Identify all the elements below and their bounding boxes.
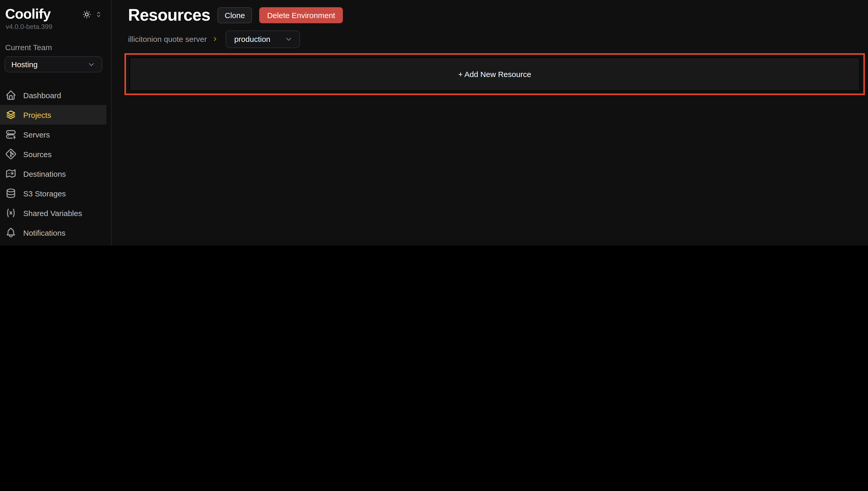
breadcrumb: illicitonion quote server production [128,30,868,48]
sidebar-item-keys-tokens[interactable]: Keys & Tokens [0,242,106,246]
sun-icon[interactable] [82,9,91,19]
sidebar-item-dashboard[interactable]: Dashboard [0,85,106,105]
database-icon [5,187,17,199]
sidebar-item-s3-storages[interactable]: S3 Storages [0,183,106,203]
sidebar-item-label: Servers [23,130,50,139]
sidebar-item-sources[interactable]: Sources [0,144,106,164]
team-selector[interactable]: Hosting [5,56,102,73]
sidebar-item-label: Dashboard [23,91,61,99]
main-content: Resources Clone Delete Environment illic… [112,0,868,246]
sidebar-item-label: Notifications [23,228,65,237]
clone-button[interactable]: Clone [217,7,252,23]
app-version: v4.0.0-beta.399 [6,23,111,30]
page-header: Resources Clone Delete Environment [112,0,868,24]
sidebar-item-servers[interactable]: Servers [0,124,106,144]
delete-environment-button[interactable]: Delete Environment [259,7,343,23]
sidebar-item-projects[interactable]: Projects [0,105,106,124]
bell-icon [5,227,17,238]
variable-parentheses-icon [5,207,17,219]
breadcrumb-project-link[interactable]: illicitonion quote server [128,35,207,44]
sidebar-item-shared-variables[interactable]: Shared Variables [0,203,106,223]
add-new-resource-button[interactable]: + Add New Resource [129,57,860,91]
chevron-down-icon [87,60,95,68]
annotation-highlight-box: + Add New Resource [124,53,865,95]
app-window: Coolify v4.0.0-beta.399 Current Team Hos… [0,0,868,246]
sidebar: Coolify v4.0.0-beta.399 Current Team Hos… [0,0,112,246]
sidebar-item-destinations[interactable]: Destinations [0,164,106,183]
sidebar-header: Coolify [5,6,102,22]
selector-icon[interactable] [95,10,102,18]
home-icon [5,89,17,101]
team-selected-value: Hosting [11,60,38,69]
sidebar-item-label: Sources [23,150,52,158]
environment-selected-value: production [234,35,270,44]
git-diamond-icon [5,148,17,160]
page-title: Resources [128,6,210,24]
environment-selector[interactable]: production [225,30,300,48]
chevron-right-icon [212,36,218,42]
chevron-down-icon [284,35,292,43]
sidebar-item-label: Projects [23,110,51,119]
sidebar-nav: DashboardProjectsServersSourcesDestinati… [0,85,111,246]
sidebar-item-label: Destinations [23,169,66,178]
sidebar-header-icons [82,9,102,19]
stack-icon [5,109,17,120]
current-team-label: Current Team [5,43,111,52]
sidebar-item-label: S3 Storages [23,189,66,198]
sidebar-item-label: Shared Variables [23,208,82,217]
server-bolt-icon [5,129,17,140]
sidebar-item-notifications[interactable]: Notifications [0,223,106,242]
map-x-icon [5,168,17,179]
app-logo[interactable]: Coolify [5,6,51,22]
